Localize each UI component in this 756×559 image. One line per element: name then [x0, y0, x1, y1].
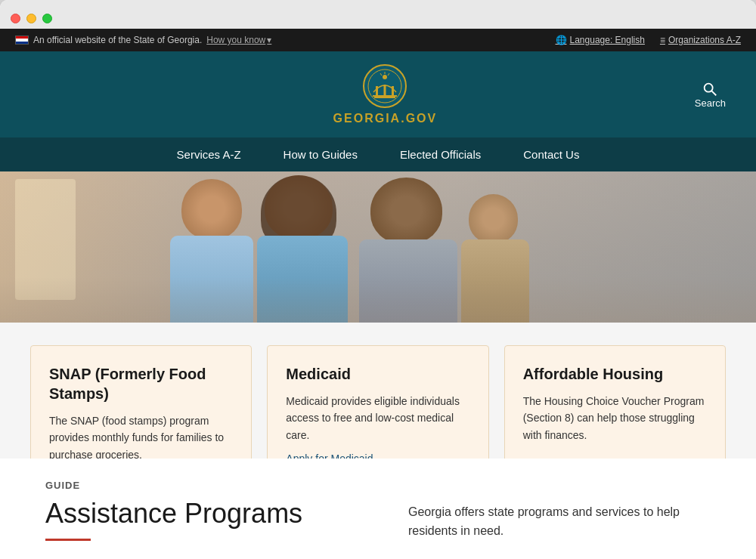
how-you-know-link[interactable]: How you know ▾ [206, 35, 271, 45]
official-banner: An official website of the State of Geor… [0, 29, 756, 51]
page-content: An official website of the State of Geor… [0, 29, 756, 559]
snap-card-title: SNAP (Formerly Food Stamps) [49, 364, 233, 403]
georgia-seal [362, 63, 407, 109]
nav-item-services-az[interactable]: Services A-Z [156, 137, 262, 171]
page-title: Assistance Programs [45, 497, 348, 530]
svg-rect-2 [376, 86, 378, 95]
site-header: GEORGIA.GOV Search [0, 51, 756, 137]
svg-rect-4 [392, 86, 394, 95]
hero-content-right: Georgia offers state programs and servic… [408, 480, 711, 541]
maximize-button[interactable] [42, 14, 52, 23]
minimize-button[interactable] [26, 14, 36, 23]
title-underline [45, 539, 91, 541]
svg-point-7 [383, 75, 387, 79]
hero-content-left: GUIDE Assistance Programs [45, 480, 348, 541]
search-icon [702, 81, 718, 97]
hero-content: GUIDE Assistance Programs Georgia offers… [0, 459, 756, 559]
nav-item-contact-us[interactable]: Contact Us [502, 137, 600, 171]
svg-rect-6 [374, 97, 395, 98]
svg-point-11 [705, 83, 713, 91]
close-button[interactable] [11, 14, 20, 23]
housing-card-title: Affordable Housing [523, 364, 707, 384]
browser-window: An official website of the State of Geor… [0, 0, 756, 559]
snap-card-description: The SNAP (food stamps) program provides … [49, 412, 233, 465]
housing-card-description: The Housing Choice Voucher Program (Sect… [523, 393, 707, 452]
list-icon: ≡ [660, 35, 665, 45]
svg-rect-3 [384, 85, 386, 95]
hero-description: Georgia offers state programs and servic… [408, 502, 711, 541]
organizations-link[interactable]: ≡ Organizations A-Z [660, 35, 741, 45]
medicaid-card-description: Medicaid provides eligible individuals a… [286, 393, 469, 443]
official-text: An official website of the State of Geor… [33, 35, 202, 45]
svg-rect-5 [373, 95, 397, 97]
hero-section [0, 171, 756, 323]
main-nav: Services A-Z How to Guides Elected Offic… [0, 137, 756, 171]
georgia-flag [15, 36, 29, 45]
guide-label: GUIDE [45, 480, 348, 491]
nav-item-how-to-guides[interactable]: How to Guides [262, 137, 379, 171]
svg-line-12 [712, 91, 717, 95]
logo-area[interactable]: GEORGIA.GOV [333, 63, 438, 125]
browser-chrome [0, 0, 756, 29]
banner-right: 🌐 Language: English ≡ Organizations A-Z [556, 35, 741, 45]
language-selector[interactable]: 🌐 Language: English [556, 35, 645, 45]
banner-left: An official website of the State of Geor… [15, 35, 271, 45]
nav-item-elected-officials[interactable]: Elected Officials [379, 137, 502, 171]
logo-text: GEORGIA.GOV [333, 112, 438, 125]
medicaid-card-title: Medicaid [286, 364, 469, 384]
hero-image [0, 171, 756, 323]
globe-icon: 🌐 [556, 35, 567, 45]
search-button[interactable]: Search [695, 81, 726, 109]
